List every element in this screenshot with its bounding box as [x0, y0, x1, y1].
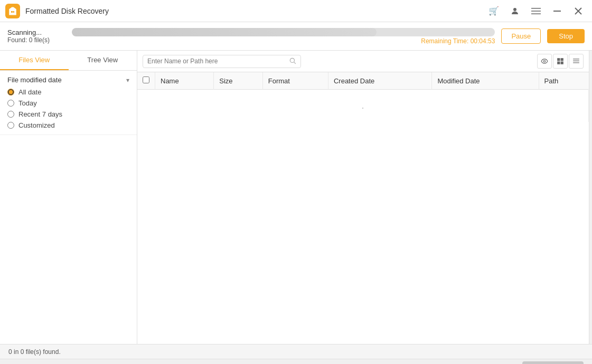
filter-radio-today[interactable]: [7, 100, 14, 107]
grid-view-button[interactable]: [553, 54, 568, 69]
progress-bar-wrap: [72, 28, 495, 36]
file-table-wrap: Name Size Format Created Date Modified D…: [137, 72, 589, 344]
filter-radio-custom[interactable]: [7, 122, 14, 129]
list-view-button[interactable]: [569, 54, 584, 69]
menu-icon[interactable]: [528, 3, 544, 20]
scanning-label: Scanning...: [7, 28, 65, 36]
filter-radio-all[interactable]: [7, 89, 14, 95]
filter-label-all: All date: [18, 88, 41, 96]
stop-button[interactable]: Stop: [547, 29, 585, 43]
resize-handle[interactable]: [589, 51, 592, 344]
svg-rect-16: [573, 62, 579, 63]
cart-icon[interactable]: 🛒: [485, 3, 502, 20]
account-icon[interactable]: [506, 3, 523, 20]
bottombar: Recover: [0, 359, 592, 364]
svg-line-8: [294, 62, 296, 63]
sidebar: Files View Tree View File modified date …: [0, 51, 137, 344]
statusbar-text: 0 in 0 file(s) found.: [8, 348, 61, 356]
svg-rect-14: [573, 59, 579, 59]
close-icon[interactable]: [570, 3, 587, 20]
svg-rect-11: [561, 58, 563, 61]
col-path: Path: [539, 72, 588, 90]
svg-rect-2: [531, 11, 541, 12]
svg-point-7: [290, 58, 294, 62]
col-format: Format: [262, 72, 328, 90]
filter-options: All date Today Recent 7 days Customized: [7, 88, 129, 129]
col-size: Size: [214, 72, 262, 90]
svg-rect-12: [557, 62, 560, 64]
filter-option-recent7[interactable]: Recent 7 days: [7, 110, 129, 118]
search-box: [143, 55, 301, 68]
col-modified-date: Modified Date: [432, 72, 539, 90]
remaining-time: Remaining Time: 00:04:53: [72, 37, 495, 45]
content-toolbar: [137, 51, 589, 72]
svg-rect-15: [573, 61, 579, 61]
filter-label-today: Today: [18, 99, 37, 107]
chevron-down-icon: ▾: [126, 76, 129, 84]
filter-header[interactable]: File modified date ▾: [7, 76, 129, 84]
content-panel: Name Size Format Created Date Modified D…: [137, 51, 589, 344]
progress-container: Remaining Time: 00:04:53: [72, 28, 495, 45]
found-label: Found: 0 file(s): [7, 36, 65, 44]
svg-rect-10: [557, 58, 560, 61]
empty-row: .: [137, 90, 589, 122]
file-table: Name Size Format Created Date Modified D…: [137, 72, 589, 122]
minimize-icon[interactable]: [549, 3, 566, 20]
tab-files-view[interactable]: Files View: [0, 51, 69, 70]
pause-button[interactable]: Pause: [501, 28, 541, 44]
svg-rect-13: [561, 62, 563, 64]
app-icon: [5, 4, 20, 18]
recover-button[interactable]: Recover: [522, 361, 584, 365]
filter-option-all[interactable]: All date: [7, 88, 129, 96]
select-all-header: [137, 72, 155, 90]
titlebar-controls: 🛒: [485, 3, 587, 20]
svg-point-0: [513, 8, 516, 11]
col-created-date: Created Date: [328, 72, 431, 90]
filter-section: File modified date ▾ All date Today Rece…: [0, 71, 137, 135]
filter-radio-recent7[interactable]: [7, 111, 14, 118]
select-all-checkbox[interactable]: [143, 76, 149, 83]
scan-info: Scanning... Found: 0 file(s): [7, 28, 65, 44]
svg-rect-1: [531, 8, 541, 9]
filter-option-custom[interactable]: Customized: [7, 121, 129, 129]
filter-section-label: File modified date: [7, 76, 62, 84]
svg-rect-3: [531, 13, 541, 14]
statusbar: 0 in 0 file(s) found.: [0, 344, 592, 359]
file-table-body: .: [137, 90, 589, 122]
filter-option-today[interactable]: Today: [7, 99, 129, 107]
filter-label-recent7: Recent 7 days: [18, 110, 62, 118]
toolbar: Scanning... Found: 0 file(s) Remaining T…: [0, 22, 592, 51]
search-icon: [289, 57, 296, 66]
preview-view-button[interactable]: [537, 54, 552, 69]
filter-label-custom: Customized: [18, 121, 55, 129]
col-name: Name: [155, 72, 214, 90]
svg-rect-4: [553, 11, 561, 12]
app-title: Formatted Disk Recovery: [25, 7, 485, 15]
svg-point-9: [543, 60, 546, 62]
titlebar: Formatted Disk Recovery 🛒: [0, 0, 592, 22]
view-tabs: Files View Tree View: [0, 51, 137, 71]
table-header-row: Name Size Format Created Date Modified D…: [137, 72, 589, 90]
view-icons: [537, 54, 584, 69]
sidebar-content: File modified date ▾ All date Today Rece…: [0, 71, 137, 344]
search-input[interactable]: [147, 58, 289, 65]
tab-tree-view[interactable]: Tree View: [69, 51, 137, 70]
progress-bar: [72, 28, 377, 36]
main-area: Files View Tree View File modified date …: [0, 51, 592, 344]
empty-dot: .: [137, 90, 589, 122]
